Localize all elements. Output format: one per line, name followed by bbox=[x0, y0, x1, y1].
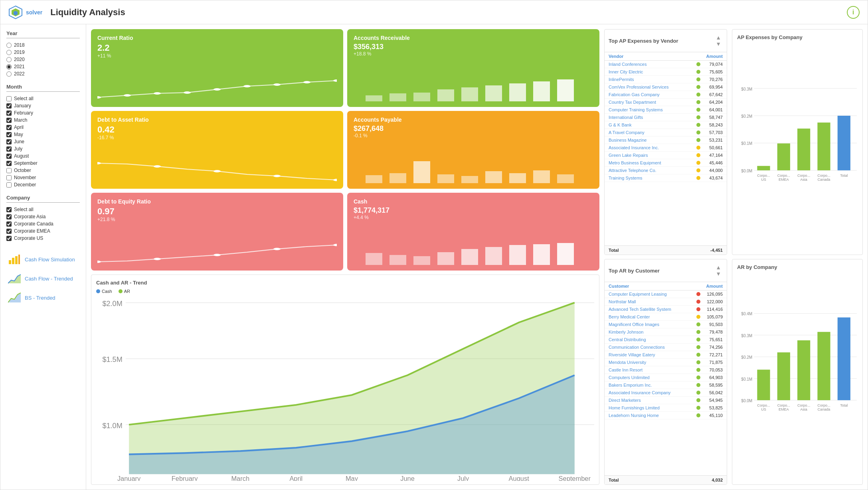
table-row: A Travel Company57,703 bbox=[605, 129, 727, 136]
svg-point-45 bbox=[333, 244, 337, 246]
kpi-ar-title: Accounts Receivable bbox=[354, 35, 593, 41]
trend-chart-panel: Cash and AR - Trend Cash AR bbox=[91, 275, 599, 485]
ar-total-value: 4,032 bbox=[712, 478, 723, 482]
top-ap-body[interactable]: Inland Conferences79,074 Inner City Elec… bbox=[605, 61, 727, 245]
svg-rect-33 bbox=[390, 173, 406, 183]
nav-cash-flow-trended[interactable]: Cash Flow - Trended bbox=[6, 269, 80, 288]
table-row: Attractive Telephone Co.44,000 bbox=[605, 167, 727, 174]
kpi-row-1: Current Ratio 2.2 +11 % bbox=[91, 29, 599, 107]
svg-rect-3 bbox=[9, 260, 11, 264]
ap-scroll-indicator[interactable]: ▲ ▼ bbox=[714, 33, 723, 49]
year-2019-radio[interactable] bbox=[6, 50, 12, 55]
month-june[interactable]: June bbox=[6, 138, 80, 145]
status-dot bbox=[696, 115, 700, 119]
svg-point-44 bbox=[273, 248, 281, 250]
svg-rect-6 bbox=[18, 255, 20, 264]
svg-text:$0.2M: $0.2M bbox=[741, 114, 752, 119]
status-dot bbox=[696, 338, 700, 342]
month-may[interactable]: May bbox=[6, 131, 80, 138]
year-2020[interactable]: 2020 bbox=[6, 56, 80, 63]
table-row: Communication Connections74,256 bbox=[605, 344, 727, 351]
trend-chart-title: Cash and AR - Trend bbox=[96, 280, 594, 286]
company-asia[interactable]: Corporate Asia bbox=[6, 213, 80, 220]
kpi-ap-change: -0.1 % bbox=[354, 133, 593, 138]
status-dot bbox=[696, 138, 700, 142]
top-ar-col-header: Customer Amount bbox=[605, 282, 727, 290]
year-2021[interactable]: 2021 bbox=[6, 63, 80, 70]
svg-rect-34 bbox=[413, 161, 430, 183]
ar-by-company-chart: $0.4M $0.3M $0.2M $0.1M $0.0M bbox=[737, 273, 858, 480]
status-dot bbox=[696, 146, 700, 150]
svg-rect-52 bbox=[509, 245, 526, 265]
kpi-de-title: Debt to Equity Ratio bbox=[97, 198, 337, 205]
status-dot bbox=[696, 307, 700, 311]
year-2022[interactable]: 2022 bbox=[6, 70, 80, 77]
kpi-accounts-receivable: Accounts Receivable $356,313 +18.8 % bbox=[347, 29, 599, 107]
status-dot bbox=[696, 375, 700, 379]
ar-scroll-indicator[interactable]: ▲ ▼ bbox=[714, 263, 723, 279]
svg-rect-35 bbox=[437, 174, 454, 183]
month-january[interactable]: January bbox=[6, 102, 80, 109]
year-2018-label: 2018 bbox=[14, 42, 25, 48]
year-2020-radio[interactable] bbox=[6, 57, 12, 62]
year-2019[interactable]: 2019 bbox=[6, 49, 80, 56]
top-ar-body[interactable]: Computer Equipment Leasing126,095 Norths… bbox=[605, 290, 727, 475]
month-select-all[interactable]: Select all bbox=[6, 95, 80, 102]
center-panel: Current Ratio 2.2 +11 % bbox=[86, 24, 604, 490]
svg-point-14 bbox=[243, 85, 251, 87]
year-2022-radio[interactable] bbox=[6, 71, 12, 77]
kpi-ap-value: $267,648 bbox=[354, 124, 593, 133]
svg-rect-84 bbox=[838, 116, 850, 170]
year-2018-radio[interactable] bbox=[6, 43, 12, 48]
month-september[interactable]: September bbox=[6, 160, 80, 167]
nav-bs-trended[interactable]: BS - Trended bbox=[6, 288, 80, 307]
status-dot bbox=[696, 330, 700, 334]
month-march[interactable]: March bbox=[6, 117, 80, 124]
table-row: Northstar Mall122,000 bbox=[605, 298, 727, 306]
bs-trended-icon bbox=[8, 291, 21, 304]
svg-text:August: August bbox=[509, 475, 530, 481]
company-filter-title: Company bbox=[6, 195, 80, 203]
status-dot bbox=[696, 398, 700, 402]
status-dot bbox=[696, 123, 700, 127]
kpi-current-ratio-title: Current Ratio bbox=[97, 35, 337, 41]
svg-text:$0.0M: $0.0M bbox=[741, 169, 752, 173]
month-july[interactable]: July bbox=[6, 145, 80, 152]
status-dot bbox=[696, 360, 700, 364]
table-row: Associated Insurance Inc.50,661 bbox=[605, 144, 727, 152]
svg-text:EMEA: EMEA bbox=[779, 407, 789, 411]
solver-logo-icon bbox=[8, 5, 23, 20]
month-october[interactable]: October bbox=[6, 167, 80, 174]
company-select-all[interactable]: Select all bbox=[6, 206, 80, 213]
month-december[interactable]: December bbox=[6, 181, 80, 188]
kpi-ar-sparkline bbox=[354, 60, 593, 101]
status-dot bbox=[696, 62, 700, 66]
svg-rect-53 bbox=[533, 244, 550, 265]
ap-total-label: Total bbox=[609, 248, 619, 253]
year-2021-radio[interactable] bbox=[6, 64, 12, 69]
svg-text:Corpo...: Corpo... bbox=[797, 174, 810, 178]
cash-flow-trended-label: Cash Flow - Trended bbox=[25, 276, 73, 282]
header: solver Liquidity Analysis i bbox=[0, 0, 868, 24]
company-us[interactable]: Corporate US bbox=[6, 235, 80, 242]
company-emea[interactable]: Corporate EMEA bbox=[6, 227, 80, 235]
svg-text:Corpo...: Corpo... bbox=[817, 174, 830, 178]
year-2018[interactable]: 2018 bbox=[6, 41, 80, 49]
kpi-debt-equity: Debt to Equity Ratio 0.97 +21.8 % bbox=[91, 193, 343, 271]
month-select-all-checkbox[interactable] bbox=[6, 96, 12, 101]
table-row: Kimberly Johnson79,478 bbox=[605, 328, 727, 336]
nav-cash-flow-simulation[interactable]: Cash Flow Simulation bbox=[6, 250, 80, 269]
info-button[interactable]: i bbox=[847, 6, 860, 19]
kpi-current-ratio-sparkline bbox=[97, 62, 337, 101]
legend-ar: AR bbox=[119, 289, 130, 294]
table-row: Direct Marketers54,945 bbox=[605, 397, 727, 404]
month-august[interactable]: August bbox=[6, 152, 80, 160]
company-canada[interactable]: Corporate Canada bbox=[6, 220, 80, 227]
month-february[interactable]: February bbox=[6, 109, 80, 117]
svg-text:$0.4M: $0.4M bbox=[741, 312, 752, 316]
month-april[interactable]: April bbox=[6, 124, 80, 131]
svg-rect-37 bbox=[485, 171, 502, 183]
ap-col-amount: Amount bbox=[706, 54, 723, 59]
month-november[interactable]: November bbox=[6, 174, 80, 181]
kpi-cash-title: Cash bbox=[354, 198, 593, 205]
